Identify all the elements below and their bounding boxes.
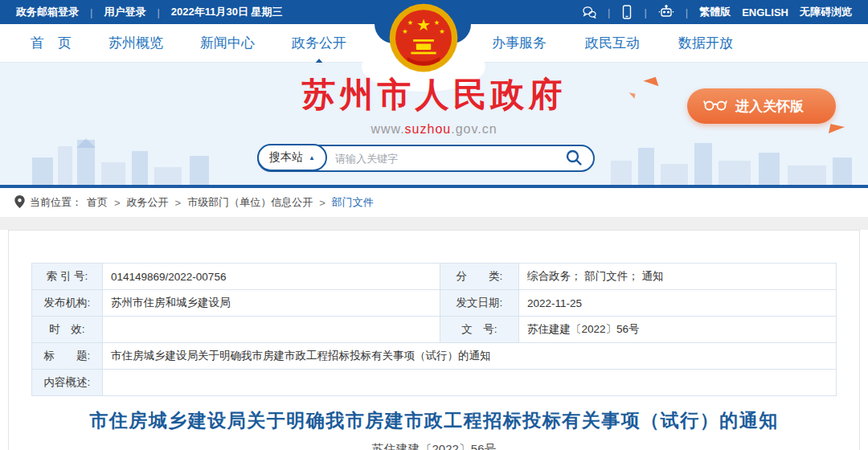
masthead: 苏州市人民政府 www.suzhou.gov.cn 进入关怀版 搜本站 ▲ xyxy=(0,63,868,188)
breadcrumb: 当前位置： 首页 > 政务公开 > 市级部门（单位）信息公开 > 部门文件 xyxy=(0,188,868,217)
title-value: 市住房城乡建设局关于明确我市房建市政工程招标投标有关事项（试行）的通知 xyxy=(103,343,837,370)
index-number-label: 索 引 号: xyxy=(32,264,103,290)
location-pin-icon xyxy=(14,195,25,211)
english-link[interactable]: ENGLISH xyxy=(742,6,788,18)
nav-right-group: 办事服务 政民互动 数据开放 xyxy=(492,34,868,52)
document-meta-table: 索 引 号: 014149869/2022-00756 分 类: 综合政务； 部… xyxy=(31,263,837,396)
issue-date-label: 发文日期: xyxy=(440,290,519,317)
topbar-right: | | | 繁體版 ENGLISH 无障碍浏览 xyxy=(582,5,852,19)
category-value: 综合政务； 部门文件； 通知 xyxy=(519,264,837,290)
svg-text:★: ★ xyxy=(439,28,444,35)
doc-number-label: 文 号: xyxy=(440,317,519,343)
nav-item-overview[interactable]: 苏州概览 xyxy=(108,34,163,52)
index-number-value: 014149869/2022-00756 xyxy=(103,264,440,290)
breadcrumb-separator: > xyxy=(175,197,182,209)
search-scope-label: 搜本站 xyxy=(269,150,303,165)
magnifier-icon xyxy=(564,148,583,170)
article-title: 市住房城乡建设局关于明确我市房建市政工程招标投标有关事项（试行）的通知 xyxy=(9,408,859,433)
site-header: 政务邮箱登录 | 用户登录 | 2022年11月30日 星期三 | | xyxy=(0,0,868,188)
accessibility-link[interactable]: 无障碍浏览 xyxy=(800,5,852,19)
care-mode-button[interactable]: 进入关怀版 xyxy=(687,88,836,124)
category-label: 分 类: xyxy=(440,264,519,290)
table-row: 索 引 号: 014149869/2022-00756 分 类: 综合政务； 部… xyxy=(32,264,837,290)
summary-value xyxy=(103,370,837,396)
document-card: 索 引 号: 014149869/2022-00756 分 类: 综合政务； 部… xyxy=(8,230,860,450)
nav-item-open-data[interactable]: 数据开放 xyxy=(678,34,733,52)
validity-value xyxy=(103,317,440,343)
national-emblem-icon: ★ ★ ★ ★ ★ xyxy=(387,2,461,76)
traditional-chinese-link[interactable]: 繁體版 xyxy=(699,5,731,19)
site-url: www.suzhou.gov.cn xyxy=(0,122,868,137)
nav-item-home[interactable]: 首 页 xyxy=(31,34,72,52)
table-row: 时 效: 文 号: 苏住建建〔2022〕56号 xyxy=(32,317,837,343)
separator: | xyxy=(644,6,646,18)
nav-item-gov-info[interactable]: 政务公开 xyxy=(292,34,346,52)
separator: | xyxy=(608,6,610,18)
site-search: 搜本站 ▲ xyxy=(257,145,595,172)
breadcrumb-gov-info[interactable]: 政务公开 xyxy=(127,195,169,210)
divider-strip xyxy=(0,217,868,230)
separator: | xyxy=(90,6,92,18)
separator: | xyxy=(157,6,159,18)
glasses-icon xyxy=(703,98,727,115)
validity-label: 时 效: xyxy=(32,317,103,343)
chevron-up-icon: ▲ xyxy=(309,154,315,162)
issuer-value: 苏州市住房和城乡建设局 xyxy=(103,290,440,317)
care-mode-label: 进入关怀版 xyxy=(735,97,804,116)
issue-date-value: 2022-11-25 xyxy=(519,290,837,317)
svg-text:★: ★ xyxy=(434,19,440,27)
current-date: 2022年11月30日 星期三 xyxy=(171,5,283,19)
svg-text:★: ★ xyxy=(416,16,431,34)
breadcrumb-home[interactable]: 首页 xyxy=(87,195,108,210)
nav-left-group: 首 页 苏州概览 新闻中心 政务公开 xyxy=(0,34,346,52)
search-input[interactable] xyxy=(327,153,564,165)
article-doc-number: 苏住建建〔2022〕56号 xyxy=(9,442,859,450)
robot-icon[interactable] xyxy=(658,5,674,19)
table-row: 内容概述: xyxy=(32,370,837,396)
svg-text:★: ★ xyxy=(402,28,407,35)
table-row: 发布机构: 苏州市住房和城乡建设局 发文日期: 2022-11-25 xyxy=(32,290,837,317)
separator: | xyxy=(686,6,688,18)
breadcrumb-separator: > xyxy=(319,197,326,209)
wechat-icon[interactable] xyxy=(582,6,596,18)
svg-text:★: ★ xyxy=(407,19,413,27)
nav-item-news[interactable]: 新闻中心 xyxy=(200,34,255,52)
doc-number-value: 苏住建建〔2022〕56号 xyxy=(519,317,837,343)
breadcrumb-dept-documents[interactable]: 部门文件 xyxy=(332,195,374,210)
mobile-icon[interactable] xyxy=(621,5,633,19)
search-button[interactable] xyxy=(564,148,593,170)
table-row: 标 题: 市住房城乡建设局关于明确我市房建市政工程招标投标有关事项（试行）的通知 xyxy=(32,343,837,370)
user-login-link[interactable]: 用户登录 xyxy=(104,5,145,19)
nav-item-interaction[interactable]: 政民互动 xyxy=(585,34,640,52)
title-label: 标 题: xyxy=(32,343,103,370)
issuer-label: 发布机构: xyxy=(32,290,103,317)
search-scope-dropdown[interactable]: 搜本站 ▲ xyxy=(257,144,327,171)
mail-login-link[interactable]: 政务邮箱登录 xyxy=(16,5,79,19)
breadcrumb-dept-disclosure[interactable]: 市级部门（单位）信息公开 xyxy=(187,195,313,210)
summary-label: 内容概述: xyxy=(32,370,103,396)
nav-item-services[interactable]: 办事服务 xyxy=(492,34,547,52)
topbar-left: 政务邮箱登录 | 用户登录 | 2022年11月30日 星期三 xyxy=(16,5,283,19)
breadcrumb-label: 当前位置： xyxy=(30,195,82,210)
breadcrumb-separator: > xyxy=(114,197,121,209)
